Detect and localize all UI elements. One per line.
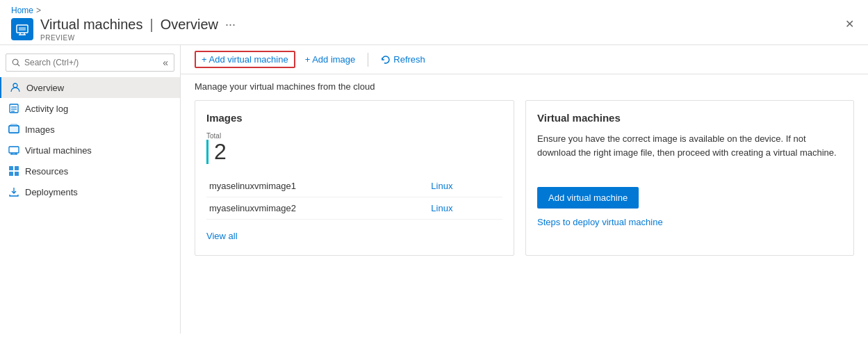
breadcrumb-home[interactable]: Home xyxy=(11,6,33,15)
vm-card: Virtual machines Ensure you have the cor… xyxy=(525,100,854,256)
header: Home > Virtual machines | Overview ··· xyxy=(0,0,868,45)
collapse-button[interactable]: « xyxy=(163,57,168,68)
toolbar: + Add virtual machine + Add image Refres… xyxy=(181,45,868,74)
breadcrumb: Home > xyxy=(11,6,236,15)
sidebar-item-virtual-machines[interactable]: Virtual machines xyxy=(0,140,180,161)
page-title-main: Virtual machines xyxy=(40,17,142,33)
add-virtual-machine-card-button[interactable]: Add virtual machine xyxy=(537,187,639,209)
total-label: Total xyxy=(206,132,502,140)
close-button[interactable]: ✕ xyxy=(842,15,857,33)
total-count: 2 xyxy=(206,140,502,164)
svg-rect-23 xyxy=(15,172,19,176)
add-image-button[interactable]: + Add image xyxy=(298,51,363,68)
cards-container: Images Total 2 myaselinuxvmimage1 Linux … xyxy=(181,100,868,270)
image-name-2: myaselinuxvmimage2 xyxy=(206,197,428,220)
svg-point-5 xyxy=(13,59,18,65)
sidebar-item-activity-log[interactable]: Activity log xyxy=(0,98,180,119)
sidebar-item-images[interactable]: Images xyxy=(0,119,180,140)
vm-description: Ensure you have the correct image is ava… xyxy=(537,132,842,159)
search-input[interactable] xyxy=(24,58,158,67)
sidebar: « Overview Activity log xyxy=(0,45,181,334)
svg-rect-21 xyxy=(15,166,19,170)
svg-line-6 xyxy=(17,64,19,66)
main-layout: « Overview Activity log xyxy=(0,45,868,334)
sidebar-item-deployments[interactable]: Deployments xyxy=(0,181,180,202)
vm-card-title: Virtual machines xyxy=(537,112,842,124)
svg-rect-4 xyxy=(19,27,26,31)
svg-rect-14 xyxy=(9,126,19,133)
sidebar-item-resources-label: Resources xyxy=(25,166,68,177)
svg-point-7 xyxy=(13,83,17,88)
preview-label: PREVIEW xyxy=(40,34,236,42)
sidebar-item-virtual-machines-label: Virtual machines xyxy=(25,145,92,156)
image-os-1: Linux xyxy=(428,175,502,197)
images-table: myaselinuxvmimage1 Linux myaselinuxvmima… xyxy=(206,175,502,220)
svg-rect-20 xyxy=(9,166,13,170)
page-subtitle: Overview xyxy=(161,17,218,33)
images-card: Images Total 2 myaselinuxvmimage1 Linux … xyxy=(195,100,514,256)
search-container: « xyxy=(6,54,174,72)
sidebar-item-overview-label: Overview xyxy=(26,83,64,93)
svg-rect-16 xyxy=(9,147,19,153)
virtual-machines-icon xyxy=(8,145,19,156)
sidebar-item-images-label: Images xyxy=(25,124,55,135)
app-icon xyxy=(11,18,33,40)
breadcrumb-separator: > xyxy=(36,6,41,15)
table-row: myaselinuxvmimage1 Linux xyxy=(206,175,502,197)
image-os-2: Linux xyxy=(428,197,502,220)
sidebar-item-activity-log-label: Activity log xyxy=(25,104,68,114)
sidebar-item-overview[interactable]: Overview xyxy=(0,77,180,98)
deployments-icon xyxy=(8,186,19,197)
add-virtual-machine-button[interactable]: + Add virtual machine xyxy=(195,51,295,68)
image-name-1: myaselinuxvmimage1 xyxy=(206,175,428,197)
table-row: myaselinuxvmimage2 Linux xyxy=(206,197,502,220)
sidebar-item-deployments-label: Deployments xyxy=(25,187,78,197)
images-card-title: Images xyxy=(206,112,502,124)
view-all-link[interactable]: View all xyxy=(206,228,502,244)
content-area: + Add virtual machine + Add image Refres… xyxy=(181,45,868,334)
title-divider: | xyxy=(149,17,153,33)
images-icon xyxy=(8,124,19,135)
more-options-icon[interactable]: ··· xyxy=(225,17,236,32)
toolbar-divider xyxy=(368,53,368,67)
overview-icon xyxy=(10,82,21,93)
search-icon xyxy=(12,58,20,67)
refresh-icon xyxy=(381,55,391,65)
sidebar-item-resources[interactable]: Resources xyxy=(0,161,180,181)
resources-icon xyxy=(8,165,19,177)
steps-to-deploy-link[interactable]: Steps to deploy virtual machine xyxy=(537,217,663,227)
section-title: Manage your virtual machines from the cl… xyxy=(181,74,868,100)
activity-log-icon xyxy=(8,103,19,114)
svg-rect-22 xyxy=(9,172,13,176)
refresh-button[interactable]: Refresh xyxy=(374,51,432,68)
